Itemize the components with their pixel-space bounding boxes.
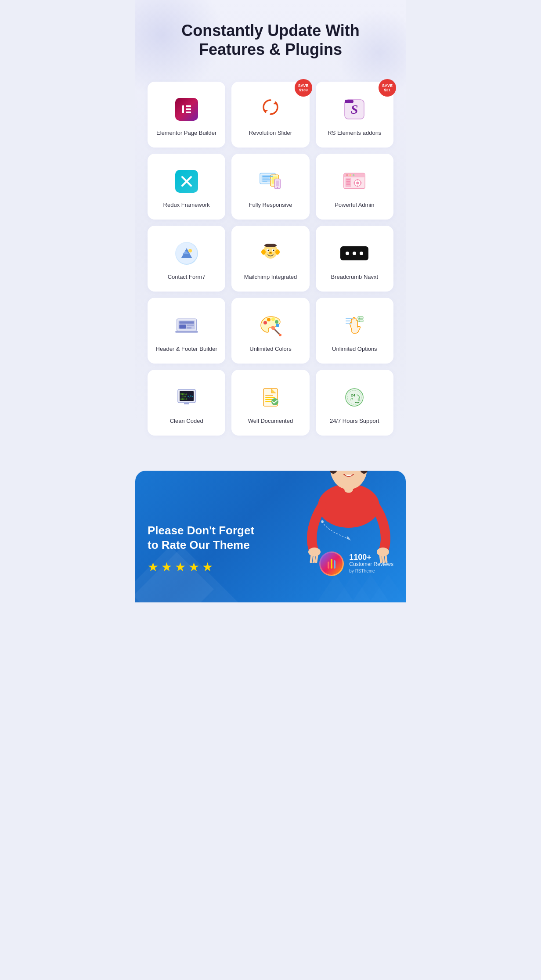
svg-point-66 xyxy=(276,324,279,327)
feature-card-admin[interactable]: Powerful Admin xyxy=(316,154,393,220)
responsive-icon xyxy=(256,167,285,195)
cta-section: Please Don't Forget to Rate Our Theme ★ … xyxy=(135,471,406,602)
svg-rect-59 xyxy=(187,324,194,326)
svg-point-107 xyxy=(321,520,324,523)
reviews-count: 1100+ xyxy=(349,553,393,561)
svg-point-50 xyxy=(273,249,274,251)
redux-label: Redux Framework xyxy=(163,202,210,209)
svg-rect-36 xyxy=(346,183,350,184)
svg-rect-75 xyxy=(346,321,351,321)
feature-card-hfbuilder[interactable]: Header & Footer Builder xyxy=(148,298,225,364)
breadcrumb-icon xyxy=(340,246,368,260)
page-wrapper: Constantly Update With Features & Plugin… xyxy=(135,0,406,602)
options-icon: A B xyxy=(340,311,368,339)
clean-icon: 01010 1010 01010 </> xyxy=(173,383,201,411)
reviews-circle-inner xyxy=(321,553,343,575)
reviews-badge: 1100+ Customer Reviewsby RSTheme xyxy=(319,551,393,576)
svg-rect-111 xyxy=(334,560,335,569)
feature-card-colors[interactable]: Unlimited Colors xyxy=(231,298,309,364)
hfbuilder-icon xyxy=(173,311,201,339)
admin-label: Powerful Admin xyxy=(335,202,374,209)
icon-wrapper xyxy=(173,239,201,267)
svg-point-44 xyxy=(275,249,280,255)
reviews-circle xyxy=(319,551,344,576)
svg-point-52 xyxy=(270,252,270,253)
redux-icon xyxy=(175,170,198,193)
svg-point-24 xyxy=(346,174,348,177)
responsive-label: Fully Responsive xyxy=(249,202,292,209)
docs-label: Well Documented xyxy=(248,418,293,425)
svg-rect-58 xyxy=(179,324,186,328)
feature-card-elementor[interactable]: Elementor Page Builder xyxy=(148,82,225,148)
breadcrumb-label: Breadcrumb Navxt xyxy=(331,274,378,281)
svg-rect-3 xyxy=(186,112,191,113)
svg-point-28 xyxy=(356,181,359,184)
feature-card-support[interactable]: 24 /7 24/7 Hours Support xyxy=(316,370,393,436)
revolution-label: Revolution Slider xyxy=(249,130,292,137)
rs-label: RS Elements addons xyxy=(328,130,381,137)
svg-point-41 xyxy=(188,249,192,252)
svg-point-26 xyxy=(353,174,355,177)
svg-rect-8 xyxy=(345,100,353,103)
svg-rect-109 xyxy=(331,559,332,569)
svg-rect-35 xyxy=(346,181,350,182)
svg-rect-76 xyxy=(346,323,352,324)
svg-text:24: 24 xyxy=(351,393,355,397)
svg-rect-37 xyxy=(346,184,350,185)
svg-rect-19 xyxy=(262,178,269,179)
revolution-icon xyxy=(259,96,282,123)
star-2: ★ xyxy=(161,560,172,574)
feature-card-options[interactable]: A B Unlimited Options xyxy=(316,298,393,364)
svg-point-62 xyxy=(263,321,267,324)
svg-text:B: B xyxy=(359,320,361,322)
support-label: 24/7 Hours Support xyxy=(330,418,379,425)
cta-title: Please Don't Forget to Rate Our Theme xyxy=(148,523,262,552)
icon-wrapper: S xyxy=(340,95,368,123)
svg-point-49 xyxy=(267,249,269,251)
feature-card-mailchimp[interactable]: Mailchimp Integrated xyxy=(231,226,309,292)
svg-rect-94 xyxy=(358,398,360,401)
svg-point-69 xyxy=(279,334,281,336)
svg-rect-31 xyxy=(353,182,355,184)
svg-rect-34 xyxy=(346,179,350,180)
reviews-text: 1100+ Customer Reviewsby RSTheme xyxy=(349,553,393,575)
icon-wrapper xyxy=(340,239,368,267)
star-3: ★ xyxy=(175,560,186,574)
feature-card-revolution[interactable]: SAVE$139 Revolution Slider xyxy=(231,82,309,148)
save-badge-139: SAVE$139 xyxy=(295,79,312,97)
star-5: ★ xyxy=(202,560,213,574)
docs-icon xyxy=(256,383,285,411)
svg-point-90 xyxy=(346,389,363,406)
feature-card-cf7[interactable]: Contact Form7 xyxy=(148,226,225,292)
svg-rect-30 xyxy=(357,185,358,187)
star-4: ★ xyxy=(188,560,199,574)
feature-card-rs[interactable]: SAVE$21 S RS Elements addons xyxy=(316,82,393,148)
svg-point-63 xyxy=(267,318,270,321)
svg-rect-29 xyxy=(357,179,358,180)
svg-rect-87 xyxy=(265,399,272,400)
svg-rect-57 xyxy=(179,321,194,324)
svg-rect-60 xyxy=(187,327,191,329)
feature-card-clean[interactable]: 01010 1010 01010 </> Clean Coded xyxy=(148,370,225,436)
svg-marker-108 xyxy=(346,536,351,540)
svg-rect-56 xyxy=(175,331,198,333)
svg-rect-20 xyxy=(262,179,271,180)
features-grid: Elementor Page Builder SAVE$139 Revoluti… xyxy=(135,73,406,453)
cf7-icon xyxy=(175,242,198,265)
svg-rect-21 xyxy=(262,181,267,182)
options-label: Unlimited Options xyxy=(332,346,377,353)
feature-card-redux[interactable]: Redux Framework xyxy=(148,154,225,220)
rs-icon: S xyxy=(343,98,366,121)
feature-card-docs[interactable]: Well Documented xyxy=(231,370,309,436)
mailchimp-label: Mailchimp Integrated xyxy=(244,274,297,281)
svg-rect-74 xyxy=(346,318,353,319)
svg-text:A: A xyxy=(359,317,361,319)
feature-card-breadcrumb[interactable]: Breadcrumb Navxt xyxy=(316,226,393,292)
svg-point-25 xyxy=(350,174,352,177)
feature-card-responsive[interactable]: Fully Responsive xyxy=(231,154,309,220)
icon-wrapper xyxy=(256,239,285,267)
svg-point-64 xyxy=(271,317,275,321)
svg-rect-2 xyxy=(186,108,191,110)
icon-wrapper xyxy=(173,167,201,195)
elementor-label: Elementor Page Builder xyxy=(156,130,216,137)
